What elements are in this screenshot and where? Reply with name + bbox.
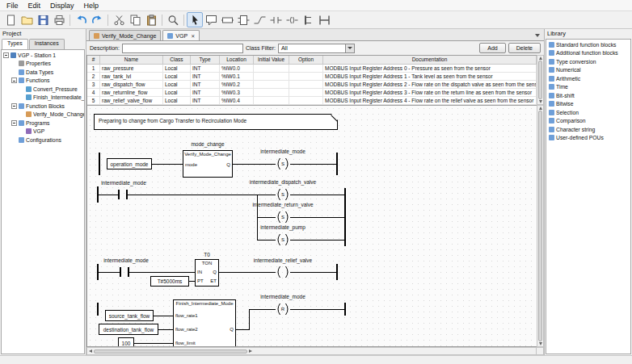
cell[interactable]: raw_pressure [100,65,163,72]
tree-item-convert-pressure[interactable]: Convert_Pressure [2,85,84,94]
cell[interactable]: 1 [87,65,100,72]
ladder-canvas[interactable]: Preparing to change from Cargo Transfer … [86,105,537,347]
ld-literal-100[interactable]: 100 [118,337,134,347]
cell[interactable]: Local [163,73,191,80]
cell[interactable]: Local [163,65,191,72]
canvas-horizontal-scrollbar[interactable] [86,347,537,355]
ld-variable-operation-mode[interactable]: operation_mode [107,158,152,169]
ld-coil-reset-intermediate-mode[interactable]: R [276,303,290,315]
cut-button[interactable] [111,12,127,27]
collapse-icon[interactable] [11,103,17,109]
description-input[interactable] [122,44,243,53]
cell[interactable]: MODBUS Input Register Address 4 - Flow r… [323,97,537,104]
tree-item-functions[interactable]: Functions [2,77,84,86]
table-row[interactable]: 3 raw_dispatch_flow Local INT %IW0.2 MOD… [87,81,537,89]
scroll-up-icon[interactable] [539,107,542,110]
cell[interactable]: raw_returnline_flow [100,89,163,96]
cell[interactable]: raw_relief_valve_flow [100,97,163,104]
scrollbar-thumb[interactable] [94,349,247,354]
ld-coil-set-intermediate-pump[interactable]: S [276,234,290,245]
cell[interactable]: MODBUS Input Register Address 0 - Pressu… [323,65,537,72]
tree-item-function-blocks[interactable]: Function Blocks [2,102,84,111]
add-button[interactable]: Add [479,43,505,53]
cell[interactable]: %IW0.3 [220,89,254,96]
scrollbar-thumb[interactable] [538,61,542,99]
paste-button[interactable] [143,12,159,27]
cell[interactable] [254,89,289,96]
col-header[interactable]: Type [191,56,220,64]
cell[interactable]: 3 [87,81,100,88]
table-row[interactable]: 4 raw_returnline_flow Local INT %IW0.3 M… [87,89,537,97]
class-filter-select[interactable]: All [278,44,355,53]
tree-item-verify-mode-change[interactable]: Verify_Mode_Change [2,111,84,119]
cell[interactable] [289,73,323,80]
cell[interactable] [289,65,323,72]
cell[interactable]: INT [191,81,220,88]
ld-contact-intermediate-mode[interactable] [118,190,128,199]
cell[interactable] [289,89,323,96]
ld-contact-intermediate-mode[interactable] [120,267,129,277]
select-tool-button[interactable] [187,12,203,27]
variable-tool-button[interactable] [219,12,235,27]
cell[interactable]: MODBUS Input Register Address 2 - Flow r… [323,81,537,88]
contact-tool-button[interactable] [268,12,284,27]
table-row[interactable]: 1 raw_pressure Local INT %IW0.0 MODBUS I… [87,65,537,73]
library-tree[interactable]: Standard function blocks Additional func… [546,39,631,354]
library-item-bitwise[interactable]: Bitwise [546,100,630,109]
library-item-character-string[interactable]: Character string [546,125,630,134]
tab-types[interactable]: Types [2,39,28,49]
scroll-up-icon[interactable] [539,56,542,60]
collapse-icon[interactable] [11,120,17,126]
menu-help[interactable]: Help [79,1,104,10]
project-tree[interactable]: VGP - Station 1 Properties Data Types Fu… [1,49,85,354]
scroll-left-icon[interactable] [89,349,92,353]
cell[interactable] [254,97,289,104]
cell[interactable]: Local [163,89,191,96]
col-header[interactable]: Name [100,56,163,64]
library-item-comparison[interactable]: Comparison [546,117,630,126]
ld-literal-timer-preset[interactable]: T#5000ms [150,276,189,287]
cell[interactable]: raw_tank_lvl [100,73,163,80]
ld-variable-destination-tank-flow[interactable]: destination_tank_flow [99,324,158,335]
print-button[interactable] [51,12,67,27]
cell[interactable]: %IW0.1 [220,73,254,80]
tree-item-programs[interactable]: Programs [2,119,84,128]
open-button[interactable] [19,12,35,27]
tree-item-station[interactable]: VGP - Station 1 [2,51,84,60]
table-row[interactable]: 5 raw_relief_valve_flow Local INT %IW0.4… [87,97,537,105]
search-button[interactable] [165,12,181,27]
ld-block-ton-timer[interactable]: TON IN Q PT ET [195,259,219,287]
cell[interactable]: INT [191,65,220,72]
cell[interactable]: raw_dispatch_flow [100,81,163,88]
col-header[interactable]: Option [289,56,323,64]
close-icon[interactable]: ✕ [191,33,195,39]
delete-button[interactable]: Delete [508,43,541,53]
col-header[interactable]: Class [163,56,191,64]
cell[interactable]: MODBUS Input Register Address 3 - Flow r… [323,89,537,96]
cell[interactable]: Local [163,81,191,88]
library-item-numerical[interactable]: Numerical [546,66,630,75]
copy-button[interactable] [127,12,143,27]
library-item-selection[interactable]: Selection [546,108,630,117]
table-vertical-scrollbar[interactable] [537,55,544,105]
redo-button[interactable] [89,12,105,27]
cell[interactable] [289,81,323,88]
scrollbar-thumb[interactable] [538,111,542,341]
tab-instances[interactable]: Instances [29,39,65,49]
scroll-right-icon[interactable] [249,349,252,353]
library-item-time[interactable]: Time [546,83,630,92]
cell[interactable]: INT [191,97,220,104]
library-item-type-conversion[interactable]: Type conversion [546,57,630,66]
block-tool-button[interactable] [235,12,251,27]
coil-tool-button[interactable] [284,12,300,27]
cell[interactable]: INT [191,73,220,80]
library-item-standard-function-blocks[interactable]: Standard function blocks [546,40,630,49]
cell[interactable]: INT [191,89,220,96]
cell[interactable]: %IW0.2 [220,81,254,88]
table-row[interactable]: 2 raw_tank_lvl Local INT %IW0.1 MODBUS I… [87,73,537,81]
library-item-arithmetic[interactable]: Arithmetic [546,74,630,83]
cell[interactable]: 5 [87,97,100,104]
ld-variable-source-tank-flow[interactable]: source_tank_flow [105,310,154,321]
library-item-additional-function-blocks[interactable]: Additional function blocks [546,49,630,58]
tree-item-finish-intermediate-mode[interactable]: Finish_Intermediate_Mode [2,94,84,103]
